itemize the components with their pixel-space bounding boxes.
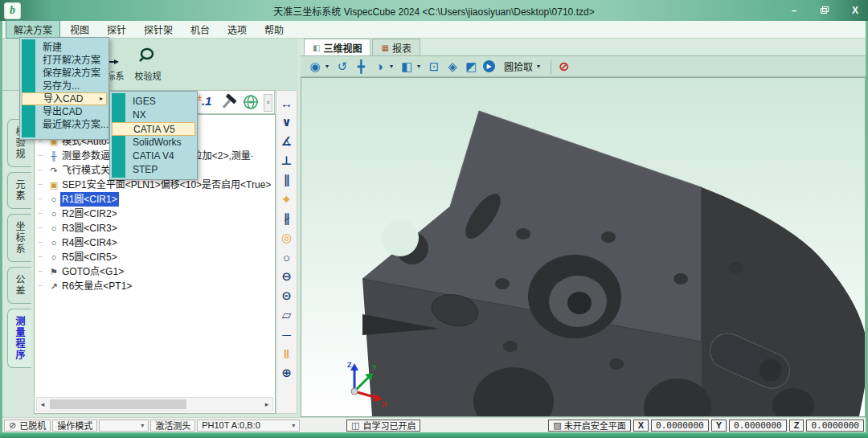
app-logo-icon: b	[4, 2, 21, 19]
restore-button[interactable]	[818, 5, 831, 16]
submenu-item-iges[interactable]: IGES	[112, 95, 195, 108]
self-learn-toggle[interactable]: ◫ 自学习已开启	[346, 420, 420, 432]
view-toolbar: ◉ ▾ ↺ ╋ ◑ ▾ ◧ ▾ ⊡ ◈ ◩ ▶ 圆拾取 ▾ ⊘	[301, 56, 866, 77]
parallel-bars-icon[interactable]: ‖	[276, 344, 297, 363]
active-probe-dropdown[interactable]: PH10T A:0,B:0▾	[197, 420, 300, 432]
parallelism-icon[interactable]: ∥	[276, 170, 297, 190]
gauge-check-button[interactable]: 校验规	[129, 45, 166, 82]
chevron-down-icon[interactable]: ▾	[417, 63, 424, 70]
tree-item[interactable]: ┄ ○ R1圆<CIR1>	[38, 192, 273, 207]
flatness-icon[interactable]: ▱	[276, 305, 297, 325]
menu-item-open-solution[interactable]: 打开解决方案	[22, 54, 107, 67]
menu-item-recent-solutions[interactable]: 最近解决方案...	[22, 118, 107, 131]
menu-solution[interactable]: 解决方案	[6, 20, 60, 39]
active-probe-label: 激活测头	[150, 420, 195, 432]
distance-icon[interactable]: ↔	[276, 93, 297, 113]
angularity-icon[interactable]: ∦	[276, 209, 297, 228]
runout-icon[interactable]: ⊝	[276, 286, 297, 305]
chevron-down-icon[interactable]: ▾	[537, 63, 543, 70]
submenu-item-step[interactable]: STEP	[112, 163, 195, 177]
decimal-precision-icon[interactable]: ±.1	[198, 94, 211, 108]
machine-status: ⊘ 已脱机	[4, 420, 51, 432]
minimize-button[interactable]: –	[788, 5, 800, 16]
tab-3d-view[interactable]: ◧ 三维视图	[304, 39, 371, 55]
concentricity-icon[interactable]: ◎	[276, 228, 297, 248]
shade-style-icon[interactable]: ◑	[371, 59, 387, 73]
toolbar-overflow-button[interactable]: ≡	[264, 94, 272, 112]
fly-mode-icon: ↷	[47, 163, 60, 178]
symmetry-icon[interactable]: ⊖	[276, 267, 297, 286]
cad-model-view: Z Y X	[301, 78, 865, 416]
position-icon[interactable]: ⊕	[276, 363, 297, 383]
viewport-3d[interactable]: Z Y X	[301, 77, 866, 417]
hammer-icon[interactable]	[219, 93, 237, 114]
circle-pick-dropdown[interactable]: 圆拾取	[504, 59, 533, 73]
offline-icon: ⊘	[9, 420, 16, 431]
fit-view-icon[interactable]: ⊡	[426, 59, 442, 74]
pan-move-icon[interactable]: ╋	[353, 59, 369, 74]
tab-elements[interactable]: 元素	[7, 172, 31, 209]
safety-plane-status[interactable]: ▨ 未开启安全平面	[548, 420, 630, 432]
circle-feature-icon: ○	[47, 235, 60, 250]
operation-mode-dropdown[interactable]: ▾	[99, 420, 149, 432]
submenu-item-nx[interactable]: NX	[112, 108, 195, 122]
view-cube-icon[interactable]: ◧	[399, 59, 415, 74]
geometry-toolbar: ↔∨∡⊥∥⌖∦◎○⊖⊝▱─‖⊕	[276, 90, 297, 414]
menu-item-import-cad[interactable]: 导入CAD ▸	[22, 92, 107, 105]
x-axis-label: X	[633, 420, 649, 432]
axis-y-label: Y	[372, 363, 377, 371]
tree-item[interactable]: ┄ ○ R2圆<CIR2>	[38, 207, 273, 221]
tab-measure-program[interactable]: 测量程序	[7, 309, 31, 368]
tree-item[interactable]: ┄ ⚑ GOTO点<G1>	[38, 264, 273, 279]
probe-disabled-icon[interactable]: ⊘	[559, 59, 569, 74]
operation-mode-label: 操作模式	[52, 420, 97, 432]
menu-item-save-as[interactable]: 另存为...	[22, 80, 107, 92]
circle-feature-icon: ○	[47, 221, 60, 235]
box-select-icon[interactable]: ◩	[463, 59, 479, 74]
self-learn-icon: ◫	[351, 420, 359, 431]
tree-item[interactable]: ┄ ○ R3圆<CIR3>	[38, 221, 273, 235]
tab-coordinate-system[interactable]: 坐标系	[7, 214, 31, 262]
angle-point-icon[interactable]: ∨	[276, 113, 297, 132]
projection-target-icon[interactable]	[242, 93, 260, 114]
perpendicularity-icon[interactable]: ⊥	[276, 151, 297, 170]
menu-probe[interactable]: 探针	[99, 20, 134, 39]
tab-tolerance[interactable]: 公差	[7, 267, 31, 304]
menu-probe-rack[interactable]: 探针架	[136, 20, 181, 39]
scroll-left-arrow[interactable]: ◂	[37, 400, 48, 408]
position-target-icon[interactable]: ⌖	[276, 190, 297, 209]
menu-view[interactable]: 视图	[62, 20, 97, 39]
tree-item[interactable]: ┄ ↗ R6矢量点<PT1>	[38, 279, 273, 293]
scroll-thumb[interactable]	[50, 399, 186, 409]
tree-item[interactable]: ┄ ○ R5圆<CIR5>	[38, 250, 273, 264]
tree-item[interactable]: ┄ ○ R4圆<CIR4>	[38, 235, 273, 250]
orbit-rotate-icon[interactable]: ↺	[334, 59, 350, 74]
goto-point-icon: ⚑	[47, 264, 60, 279]
close-button[interactable]: X	[849, 5, 862, 16]
menu-help[interactable]: 帮助	[256, 20, 292, 39]
menu-item-export-cad[interactable]: 导出CAD	[22, 105, 107, 118]
z-axis-label: Z	[789, 420, 805, 432]
tree-horizontal-scrollbar[interactable]: ◂ ▸	[36, 397, 273, 411]
menu-options[interactable]: 选项	[219, 20, 255, 39]
roundness-icon[interactable]: ○	[276, 248, 297, 267]
submenu-item-catia-v5[interactable]: CATIA V5	[112, 122, 195, 136]
import-cad-submenu: IGES NX CATIA V5 SolidWorks CATIA V4 STE…	[109, 91, 198, 180]
tab-report[interactable]: ▦ 报表	[372, 39, 420, 55]
menu-machine[interactable]: 机台	[182, 20, 218, 39]
y-axis-label: Y	[711, 420, 727, 432]
menu-item-save-solution[interactable]: 保存解决方案	[22, 67, 107, 80]
submenu-item-solidworks[interactable]: SolidWorks	[112, 136, 195, 149]
scroll-right-arrow[interactable]: ▸	[261, 400, 272, 408]
safety-plane-off-icon: ▨	[553, 420, 561, 431]
locate-pin-icon[interactable]: ◈	[444, 59, 461, 74]
status-bar: ⊘ 已脱机 操作模式 ▾ 激活测头 PH10T A:0,B:0▾ ◫ 自学习已开…	[2, 417, 866, 432]
play-icon[interactable]: ▶	[483, 60, 495, 72]
visibility-eye-icon[interactable]: ◉	[307, 59, 323, 74]
menu-item-new[interactable]: 新建	[22, 41, 107, 54]
angle-lines-icon[interactable]: ∡	[276, 132, 297, 151]
straightness-icon[interactable]: ─	[276, 325, 297, 344]
submenu-item-catia-v4[interactable]: CATIA V4	[112, 149, 195, 163]
chevron-down-icon[interactable]: ▾	[390, 63, 396, 70]
chevron-down-icon[interactable]: ▾	[326, 63, 332, 70]
